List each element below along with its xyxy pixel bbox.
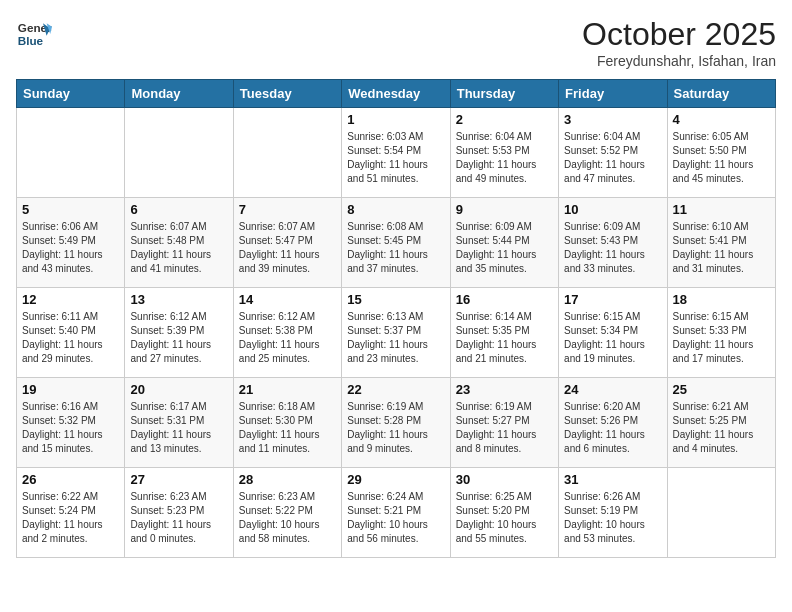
day-info: Sunrise: 6:09 AMSunset: 5:44 PMDaylight:… [456, 220, 553, 276]
calendar-cell: 28Sunrise: 6:23 AMSunset: 5:22 PMDayligh… [233, 468, 341, 558]
day-number: 4 [673, 112, 770, 127]
day-number: 15 [347, 292, 444, 307]
day-info: Sunrise: 6:18 AMSunset: 5:30 PMDaylight:… [239, 400, 336, 456]
day-info: Sunrise: 6:07 AMSunset: 5:48 PMDaylight:… [130, 220, 227, 276]
day-number: 9 [456, 202, 553, 217]
day-number: 1 [347, 112, 444, 127]
day-info: Sunrise: 6:21 AMSunset: 5:25 PMDaylight:… [673, 400, 770, 456]
calendar-cell: 23Sunrise: 6:19 AMSunset: 5:27 PMDayligh… [450, 378, 558, 468]
day-number: 16 [456, 292, 553, 307]
calendar-cell: 8Sunrise: 6:08 AMSunset: 5:45 PMDaylight… [342, 198, 450, 288]
day-info: Sunrise: 6:22 AMSunset: 5:24 PMDaylight:… [22, 490, 119, 546]
location: Fereydunshahr, Isfahan, Iran [582, 53, 776, 69]
calendar-cell: 9Sunrise: 6:09 AMSunset: 5:44 PMDaylight… [450, 198, 558, 288]
calendar-cell: 31Sunrise: 6:26 AMSunset: 5:19 PMDayligh… [559, 468, 667, 558]
calendar-cell: 24Sunrise: 6:20 AMSunset: 5:26 PMDayligh… [559, 378, 667, 468]
day-number: 17 [564, 292, 661, 307]
calendar-cell: 3Sunrise: 6:04 AMSunset: 5:52 PMDaylight… [559, 108, 667, 198]
calendar-week-row: 12Sunrise: 6:11 AMSunset: 5:40 PMDayligh… [17, 288, 776, 378]
day-info: Sunrise: 6:13 AMSunset: 5:37 PMDaylight:… [347, 310, 444, 366]
calendar-cell: 30Sunrise: 6:25 AMSunset: 5:20 PMDayligh… [450, 468, 558, 558]
day-info: Sunrise: 6:04 AMSunset: 5:52 PMDaylight:… [564, 130, 661, 186]
calendar-cell: 13Sunrise: 6:12 AMSunset: 5:39 PMDayligh… [125, 288, 233, 378]
calendar-cell [667, 468, 775, 558]
logo-icon: General Blue [16, 16, 52, 52]
calendar-cell: 14Sunrise: 6:12 AMSunset: 5:38 PMDayligh… [233, 288, 341, 378]
day-info: Sunrise: 6:19 AMSunset: 5:27 PMDaylight:… [456, 400, 553, 456]
day-number: 29 [347, 472, 444, 487]
calendar-cell: 27Sunrise: 6:23 AMSunset: 5:23 PMDayligh… [125, 468, 233, 558]
weekday-header: Wednesday [342, 80, 450, 108]
calendar-cell: 10Sunrise: 6:09 AMSunset: 5:43 PMDayligh… [559, 198, 667, 288]
day-number: 2 [456, 112, 553, 127]
day-number: 31 [564, 472, 661, 487]
weekday-header: Monday [125, 80, 233, 108]
calendar-cell: 18Sunrise: 6:15 AMSunset: 5:33 PMDayligh… [667, 288, 775, 378]
day-info: Sunrise: 6:14 AMSunset: 5:35 PMDaylight:… [456, 310, 553, 366]
calendar-cell: 16Sunrise: 6:14 AMSunset: 5:35 PMDayligh… [450, 288, 558, 378]
day-number: 10 [564, 202, 661, 217]
calendar-cell: 21Sunrise: 6:18 AMSunset: 5:30 PMDayligh… [233, 378, 341, 468]
day-number: 22 [347, 382, 444, 397]
calendar-cell: 25Sunrise: 6:21 AMSunset: 5:25 PMDayligh… [667, 378, 775, 468]
calendar-cell: 20Sunrise: 6:17 AMSunset: 5:31 PMDayligh… [125, 378, 233, 468]
day-info: Sunrise: 6:05 AMSunset: 5:50 PMDaylight:… [673, 130, 770, 186]
calendar-cell: 12Sunrise: 6:11 AMSunset: 5:40 PMDayligh… [17, 288, 125, 378]
day-number: 3 [564, 112, 661, 127]
day-info: Sunrise: 6:23 AMSunset: 5:23 PMDaylight:… [130, 490, 227, 546]
day-number: 5 [22, 202, 119, 217]
calendar-cell: 26Sunrise: 6:22 AMSunset: 5:24 PMDayligh… [17, 468, 125, 558]
calendar-header-row: SundayMondayTuesdayWednesdayThursdayFrid… [17, 80, 776, 108]
day-info: Sunrise: 6:09 AMSunset: 5:43 PMDaylight:… [564, 220, 661, 276]
day-info: Sunrise: 6:19 AMSunset: 5:28 PMDaylight:… [347, 400, 444, 456]
day-number: 11 [673, 202, 770, 217]
calendar-cell: 1Sunrise: 6:03 AMSunset: 5:54 PMDaylight… [342, 108, 450, 198]
day-info: Sunrise: 6:06 AMSunset: 5:49 PMDaylight:… [22, 220, 119, 276]
day-info: Sunrise: 6:08 AMSunset: 5:45 PMDaylight:… [347, 220, 444, 276]
calendar-week-row: 1Sunrise: 6:03 AMSunset: 5:54 PMDaylight… [17, 108, 776, 198]
calendar-cell: 11Sunrise: 6:10 AMSunset: 5:41 PMDayligh… [667, 198, 775, 288]
calendar-cell: 5Sunrise: 6:06 AMSunset: 5:49 PMDaylight… [17, 198, 125, 288]
day-number: 25 [673, 382, 770, 397]
day-info: Sunrise: 6:24 AMSunset: 5:21 PMDaylight:… [347, 490, 444, 546]
day-info: Sunrise: 6:10 AMSunset: 5:41 PMDaylight:… [673, 220, 770, 276]
calendar-cell: 22Sunrise: 6:19 AMSunset: 5:28 PMDayligh… [342, 378, 450, 468]
weekday-header: Saturday [667, 80, 775, 108]
calendar-cell: 17Sunrise: 6:15 AMSunset: 5:34 PMDayligh… [559, 288, 667, 378]
day-info: Sunrise: 6:17 AMSunset: 5:31 PMDaylight:… [130, 400, 227, 456]
svg-text:Blue: Blue [18, 34, 44, 47]
calendar-cell: 7Sunrise: 6:07 AMSunset: 5:47 PMDaylight… [233, 198, 341, 288]
weekday-header: Friday [559, 80, 667, 108]
day-info: Sunrise: 6:16 AMSunset: 5:32 PMDaylight:… [22, 400, 119, 456]
day-info: Sunrise: 6:15 AMSunset: 5:33 PMDaylight:… [673, 310, 770, 366]
day-info: Sunrise: 6:03 AMSunset: 5:54 PMDaylight:… [347, 130, 444, 186]
month-title: October 2025 [582, 16, 776, 53]
day-number: 12 [22, 292, 119, 307]
calendar-table: SundayMondayTuesdayWednesdayThursdayFrid… [16, 79, 776, 558]
day-info: Sunrise: 6:11 AMSunset: 5:40 PMDaylight:… [22, 310, 119, 366]
calendar-week-row: 5Sunrise: 6:06 AMSunset: 5:49 PMDaylight… [17, 198, 776, 288]
weekday-header: Sunday [17, 80, 125, 108]
calendar-cell: 4Sunrise: 6:05 AMSunset: 5:50 PMDaylight… [667, 108, 775, 198]
weekday-header: Tuesday [233, 80, 341, 108]
day-number: 20 [130, 382, 227, 397]
day-info: Sunrise: 6:12 AMSunset: 5:39 PMDaylight:… [130, 310, 227, 366]
day-number: 13 [130, 292, 227, 307]
day-info: Sunrise: 6:25 AMSunset: 5:20 PMDaylight:… [456, 490, 553, 546]
day-info: Sunrise: 6:04 AMSunset: 5:53 PMDaylight:… [456, 130, 553, 186]
day-number: 6 [130, 202, 227, 217]
day-number: 18 [673, 292, 770, 307]
day-info: Sunrise: 6:23 AMSunset: 5:22 PMDaylight:… [239, 490, 336, 546]
calendar-cell: 15Sunrise: 6:13 AMSunset: 5:37 PMDayligh… [342, 288, 450, 378]
calendar-week-row: 26Sunrise: 6:22 AMSunset: 5:24 PMDayligh… [17, 468, 776, 558]
calendar-week-row: 19Sunrise: 6:16 AMSunset: 5:32 PMDayligh… [17, 378, 776, 468]
calendar-cell [125, 108, 233, 198]
day-info: Sunrise: 6:15 AMSunset: 5:34 PMDaylight:… [564, 310, 661, 366]
day-number: 28 [239, 472, 336, 487]
day-number: 26 [22, 472, 119, 487]
day-number: 23 [456, 382, 553, 397]
day-number: 14 [239, 292, 336, 307]
day-info: Sunrise: 6:26 AMSunset: 5:19 PMDaylight:… [564, 490, 661, 546]
calendar-cell [17, 108, 125, 198]
day-number: 19 [22, 382, 119, 397]
